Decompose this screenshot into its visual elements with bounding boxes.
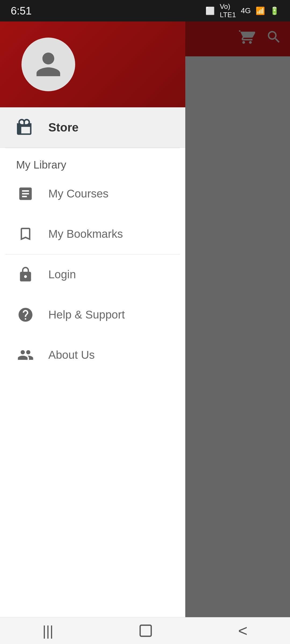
about-icon [16, 346, 35, 364]
lock-icon [16, 265, 35, 284]
bottom-nav: ||| < [0, 617, 290, 644]
battery-icon: 🔋 [270, 6, 279, 15]
login-label: Login [48, 268, 76, 281]
my-courses-label: My Courses [48, 187, 108, 200]
courses-icon [16, 184, 35, 203]
nav-menu-button[interactable]: ||| [42, 623, 53, 639]
status-time: 6:51 [11, 5, 32, 17]
help-support-label: Help & Support [48, 308, 125, 321]
about-us-label: About Us [48, 349, 95, 361]
my-bookmarks-label: My Bookmarks [48, 228, 123, 240]
drawer: Store My Library My Courses My Bookmarks… [0, 21, 185, 617]
my-library-label: My Library [0, 148, 185, 174]
avatar [21, 38, 75, 91]
sidebar-item-my-bookmarks[interactable]: My Bookmarks [0, 214, 185, 254]
drawer-header [0, 21, 185, 107]
bookmarks-icon [16, 225, 35, 243]
sidebar-item-about-us[interactable]: About Us [0, 335, 185, 375]
search-icon[interactable] [266, 29, 282, 49]
sidebar-item-my-courses[interactable]: My Courses [0, 174, 185, 214]
network-icon: Vo)LTE1 [220, 2, 236, 19]
cart-icon[interactable] [239, 29, 255, 49]
signal-icon: 📶 [256, 6, 265, 15]
tablet-icon: ⬜ [205, 6, 215, 15]
status-bar: 6:51 ⬜ Vo)LTE1 4G 📶 🔋 [0, 0, 290, 21]
svg-rect-0 [140, 625, 151, 636]
store-label: Store [48, 121, 78, 134]
status-icons: ⬜ Vo)LTE1 4G 📶 🔋 [205, 2, 279, 19]
nav-home-button[interactable] [138, 623, 153, 638]
4g-icon: 4G [241, 6, 251, 15]
help-icon [16, 305, 35, 324]
sidebar-item-login[interactable]: Login [0, 254, 185, 295]
store-icon [16, 118, 35, 137]
overlay[interactable] [185, 21, 290, 617]
store-menu-item[interactable]: Store [0, 107, 185, 148]
nav-back-button[interactable]: < [238, 621, 248, 640]
sidebar-item-help-support[interactable]: Help & Support [0, 295, 185, 335]
top-bar [185, 21, 290, 56]
